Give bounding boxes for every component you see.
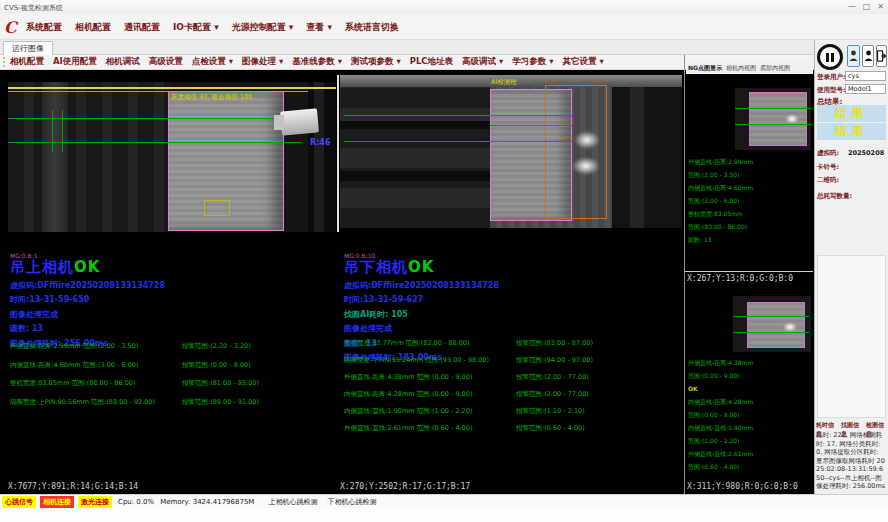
column-divider: [684, 55, 685, 494]
reflection-glint: [574, 131, 600, 149]
virtual-code-label: 虚拟码:: [817, 149, 839, 158]
measure-value: 隔圈宽度-下PIN:95.24mm 范围:(93.00 - 98.00): [344, 356, 516, 365]
toolbar-item-3[interactable]: 高级设置: [149, 56, 183, 68]
measure-line-overlay: [735, 108, 811, 109]
user-manage-button[interactable]: [862, 45, 874, 67]
ng-line: 范围:(0.00 - 9.00): [688, 408, 753, 421]
right-panel-divider: [685, 271, 813, 272]
tab-run-image[interactable]: 运行图像: [3, 41, 53, 55]
menu-item-0[interactable]: 系统配置: [26, 21, 62, 34]
right-tab-0[interactable]: NG点图显示: [688, 64, 722, 73]
ng-line: 外侧直线-距离:2.99mm: [688, 155, 753, 168]
menu-item-6[interactable]: 系统语言切换: [345, 21, 399, 34]
maximize-button[interactable]: □: [863, 2, 871, 11]
pause-icon: [831, 53, 834, 62]
toolbar-item-11[interactable]: 其它设置 ▾: [563, 56, 604, 68]
toolbar-item-7[interactable]: 测试项参数 ▾: [351, 56, 401, 68]
measure-row: 整机宽度:83.77mm 范围:(82.00 - 88.00)报警范围:(83.…: [344, 339, 593, 348]
measure-row: 外侧直线-距离:4.38mm 范围:(0.00 - 9.00)报警范围:(2.0…: [344, 373, 593, 382]
exit-door-icon: [877, 50, 886, 62]
ng-view-image-1[interactable]: [735, 88, 811, 150]
cursor-coords-ng2: X:311;Y:980;R:0;G:0;B:0: [687, 482, 798, 491]
toolbar-item-8[interactable]: PLC地址表: [410, 56, 453, 68]
result-line: 虚拟码:DFffiire20250208133134728: [10, 280, 340, 291]
tab-strip: 运行图像: [0, 40, 814, 55]
toolbar-item-0[interactable]: 相机配置: [10, 56, 44, 68]
menu-item-1[interactable]: 相机配置: [75, 21, 111, 34]
toolbar-item-2[interactable]: 相机调试: [106, 56, 140, 68]
measure-alarm-range: 报警范围:(89.00 - 91.00): [182, 398, 259, 407]
measure-alarm-range: 报警范围:(83.00 - 87.00): [516, 339, 593, 348]
minimize-button[interactable]: —: [848, 2, 856, 11]
menu-item-3[interactable]: IO卡配置 ▾: [173, 21, 219, 34]
measure-alarm-range: 报警范围:(1.10 - 2.10): [516, 407, 585, 416]
measure-alarm-range: 报警范围:(2.00 - 77.00): [516, 373, 589, 382]
baseline-overlay: [8, 87, 336, 89]
measure-line-overlay: [490, 115, 572, 116]
close-button[interactable]: ✕: [877, 2, 884, 11]
toolbar-grip[interactable]: [3, 57, 5, 67]
login-user-field[interactable]: cys: [845, 71, 886, 81]
toolbar-item-6[interactable]: 基准线参数 ▾: [292, 56, 342, 68]
ng-view-lines-2: 外侧直线-距离:4.38mm范围:(0.00 - 9.00)OK内侧直线-距离:…: [688, 356, 753, 473]
reflection-glint: [783, 322, 797, 332]
measure-row: 外侧直线-距离:2.99mm 范围:(2.00 - 3.50)报警范围:(2.2…: [10, 342, 259, 351]
cursor-coords-lower: X:270;Y:2502;R:17;G:17;B:17: [340, 482, 470, 491]
menu-item-5[interactable]: 查看 ▾: [306, 21, 332, 34]
toolbar-item-5[interactable]: 图像处理 ▾: [242, 56, 283, 68]
measure-alarm-range: 报警范围:(0.60 - 4.00): [516, 424, 585, 433]
toolbar-item-1[interactable]: AI使用配置: [53, 56, 97, 68]
result-display-2: 结果: [817, 123, 886, 140]
ng-line: 整机宽度:83.05mm: [688, 207, 753, 220]
exit-button[interactable]: [876, 45, 887, 67]
camera-status: OK: [74, 258, 100, 276]
right-tab-1[interactable]: 相机内视图: [726, 64, 756, 73]
roi-label: R:46: [310, 138, 331, 147]
timing-info-text: 耗时: 222, 网络检测耗时: 17, 网络分类耗时: 0, 网络提取分区耗时…: [816, 431, 886, 491]
measure-line-overlay: [733, 332, 809, 333]
toolbar-item-9[interactable]: 高级调试 ▾: [462, 56, 503, 68]
menu-item-4[interactable]: 光源控制配置 ▾: [232, 21, 294, 34]
measure-alarm-range: 报警范围:(94.00 - 97.00): [516, 356, 593, 365]
upper-camera-image[interactable]: 灰度阈值:93, 吸合阈值:100 R:46: [8, 82, 336, 232]
menu-item-2[interactable]: 通讯配置: [124, 21, 160, 34]
measure-row: 整机宽度:83.05mm 范围:(80.00 - 86.00)报警范围:(81.…: [10, 379, 259, 388]
measure-line-overlay: [490, 125, 572, 126]
lower-camera-measurements: 整机宽度:83.77mm 范围:(82.00 - 88.00)报警范围:(83.…: [344, 339, 593, 441]
ai-box-overlay-text: AI检测框: [491, 78, 517, 87]
toolbar-item-4[interactable]: 点检设置 ▾: [192, 56, 233, 68]
toolbar-item-10[interactable]: 学习参数 ▾: [512, 56, 553, 68]
ng-line: 圆数: 13: [688, 233, 753, 246]
result-line: 时间:13-31-59-650: [10, 294, 340, 305]
model-label: 使用型号:: [817, 86, 846, 95]
measure-row: 内侧直线-距离:4.60mm 范围:(3.00 - 6.00)报警范围:(0.0…: [10, 361, 259, 370]
ng-line: 范围:(3.00 - 6.00): [688, 194, 753, 207]
qr-code-label: 二维码:: [817, 176, 839, 185]
measure-value: 整机宽度:83.05mm 范围:(80.00 - 86.00): [10, 379, 182, 388]
ng-line: 内侧直线-距离:4.60mm: [688, 181, 753, 194]
app-logo-icon: C: [4, 19, 21, 36]
lower-camera-image[interactable]: AI检测框: [340, 75, 682, 228]
pause-button[interactable]: [817, 44, 843, 70]
measure-line-overlay: [344, 115, 490, 116]
model-field[interactable]: Model1: [845, 84, 886, 94]
status-badges: 心跳信号相机连接激光连接: [2, 496, 112, 508]
ng-view-image-2[interactable]: [733, 296, 811, 352]
image-rail: [340, 171, 490, 181]
user-gear-icon: [864, 50, 873, 62]
status-links: 上相机心跳检测下相机心跳检测: [268, 497, 376, 507]
status-badge-1: 相机连接: [40, 496, 74, 508]
threshold-overlay-text: 灰度阈值:93, 吸合阈值:100: [171, 93, 252, 102]
login-user-button[interactable]: [847, 45, 860, 67]
measure-line-overlay: [733, 316, 809, 317]
connector-base: [274, 115, 284, 130]
camera-name: 吊下相机: [344, 258, 408, 276]
status-bar: 心跳信号相机连接激光连接 Cpu: 0.0% Memory: 3424.4179…: [0, 494, 888, 509]
image-right-band: [314, 82, 324, 232]
right-tab-2[interactable]: 底部内视图: [760, 64, 790, 73]
measure-alarm-range: 报警范围:(81.00 - 85.00): [182, 379, 259, 388]
ng-line: 内侧直线-距离:4.28mm: [688, 395, 753, 408]
image-rail: [340, 121, 490, 129]
menu-items: 系统配置相机配置通讯配置IO卡配置 ▾光源控制配置 ▾查看 ▾系统语言切换: [26, 21, 399, 34]
ng-line: 内侧直线-直线:1.90mm: [688, 421, 753, 434]
